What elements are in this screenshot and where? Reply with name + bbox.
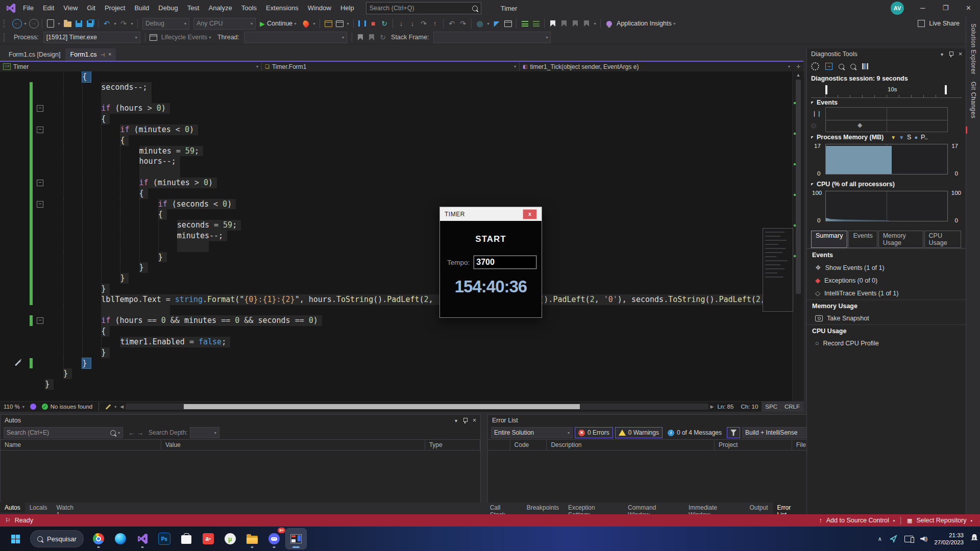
chrome-icon[interactable] [88,529,109,549]
zoom-out-icon[interactable] [850,64,856,69]
column-header-icon[interactable] [488,440,510,450]
fold-collapse-icon[interactable]: – [37,317,43,324]
editor-gutter[interactable] [0,284,45,294]
panel-tab-locals[interactable]: Locals [25,503,52,513]
extension-icon[interactable] [30,404,36,410]
editor-gutter[interactable] [0,93,45,104]
format-document-icon[interactable] [520,18,530,29]
fold-collapse-icon[interactable]: – [37,180,43,186]
editor-gutter[interactable] [0,337,45,347]
fold-collapse-icon[interactable]: – [37,127,43,133]
tempo-input[interactable] [474,256,536,269]
zoom-in-icon[interactable] [839,64,844,69]
menu-tools[interactable]: Tools [237,0,261,16]
autos-body[interactable] [1,450,480,493]
live-share-icon[interactable] [916,18,926,29]
editor-gutter[interactable] [0,241,45,252]
tray-chevron-icon[interactable]: ∧ [878,536,882,542]
menu-build[interactable]: Build [130,0,154,16]
caret-icon[interactable]: ▾ [23,21,28,26]
column-header-project[interactable]: Project [715,440,792,450]
close-button[interactable]: × [957,0,980,16]
menu-view[interactable]: View [59,0,82,16]
restart-icon[interactable]: ↻ [379,18,389,29]
editor-gutter[interactable]: – [0,103,45,114]
minimize-button[interactable]: ─ [911,0,934,16]
editor-gutter[interactable] [0,156,45,167]
editor-gutter[interactable] [0,358,45,369]
fold-collapse-icon[interactable]: – [37,105,43,112]
menu-git[interactable]: Git [82,0,100,16]
application-insights-icon[interactable] [604,18,614,29]
redo-icon[interactable]: ↷ [118,18,129,29]
menu-window[interactable]: Window [303,0,336,16]
close-icon[interactable]: × [108,49,111,60]
process-memory-header[interactable]: Process Memory (MB) ▼ ▼S ●P.. [807,133,966,142]
tray-arrow-icon[interactable] [889,535,897,543]
pin-icon[interactable] [948,51,953,57]
diag-tab-events[interactable]: Events [848,231,877,248]
editor-gutter[interactable] [0,262,45,273]
application-insights-button[interactable]: Application Insights▾ [617,20,677,27]
caret-icon[interactable]: ▾ [57,21,61,26]
line-ending-indicator[interactable]: CRLF [781,402,803,412]
events-section-header[interactable]: Events [807,98,966,107]
menu-edit[interactable]: Edit [38,0,59,16]
cpu-section-header[interactable]: CPU (% of all processors) [807,180,966,189]
editor-gutter[interactable]: – [0,178,45,188]
menu-extensions[interactable]: Extensions [261,0,303,16]
panel-menu-icon[interactable]: ▾ [941,52,943,57]
step-out-icon[interactable]: ↑ [430,18,440,29]
diag-tab-summary[interactable]: Summary [811,231,847,248]
search-depth-dropdown[interactable]: ▾ [190,427,219,438]
account-avatar[interactable]: AV [891,2,904,15]
visual-studio-icon[interactable] [132,529,153,549]
continue-button[interactable]: ▶Continue▾ [260,20,298,28]
start-button[interactable] [5,529,26,549]
discord-icon[interactable]: 9+ [264,529,284,549]
search-prev-icon[interactable]: ← [128,429,135,437]
editor-gutter[interactable] [0,82,45,93]
document-outline-icon[interactable] [503,18,513,29]
save-icon[interactable] [74,18,84,29]
column-header-name[interactable]: Name [1,440,161,450]
editor-gutter[interactable] [0,273,45,284]
process-dropdown[interactable]: [15912] Timer.exe▾ [43,32,140,43]
tray-volume-icon[interactable]: )) [920,536,927,542]
horizontal-scroll-thumb[interactable] [184,404,580,409]
taskbar-search[interactable]: Pesquisar [27,529,87,549]
thread-dropdown[interactable]: ▾ [244,32,347,43]
class-dropdown[interactable]: ❏ Timer.Form1▾ [261,62,519,71]
toolbar-grip[interactable] [4,33,9,41]
editor-gutter[interactable] [0,294,45,305]
editor-gutter[interactable] [0,220,45,231]
save-all-icon[interactable] [85,18,95,29]
chart-icon[interactable] [862,63,868,69]
nav-back-icon[interactable]: ← [12,18,22,29]
utorrent-icon[interactable]: µ [220,529,240,549]
summary-item[interactable]: ◇IntelliTrace Events (1 of 1) [807,287,966,299]
side-tab-solution-explorer[interactable]: Solution Explorer [970,23,977,74]
menu-analyze[interactable]: Analyze [204,0,236,16]
caret-icon[interactable]: ▾ [486,21,491,26]
undo-icon[interactable]: ↶ [102,18,112,29]
add-to-source-control-button[interactable]: Add to Source Control [826,517,889,524]
pointer-icon[interactable]: ◤ [492,18,502,29]
editor-gutter[interactable] [0,252,45,263]
summary-item[interactable]: ◆Exceptions (0 of 0) [807,274,966,287]
menu-project[interactable]: Project [100,0,130,16]
timer-title-bar[interactable]: TIMER x [440,207,542,221]
toggle-suspend-icon[interactable]: ↻ [378,32,388,43]
horizontal-scrollbar[interactable] [126,404,708,410]
forward-nav-icon[interactable]: ↷ [458,18,468,29]
editor-gutter[interactable]: – [0,124,45,135]
tab-form1-cs[interactable]: Form1.cs⊣× [65,48,116,61]
solution-configuration-dropdown[interactable]: Debug▾ [142,18,189,30]
quick-actions-icon[interactable] [15,360,21,366]
summary-item[interactable]: ❖Show Events (1 of 1) [807,261,966,274]
split-window-button[interactable]: ✛ [793,64,803,69]
record-cpu-profile-button[interactable]: ○Record CPU Profile [807,337,966,349]
menu-help[interactable]: Help [336,0,359,16]
file-explorer-icon[interactable] [242,529,262,549]
back-nav-icon[interactable]: ↶ [447,18,457,29]
